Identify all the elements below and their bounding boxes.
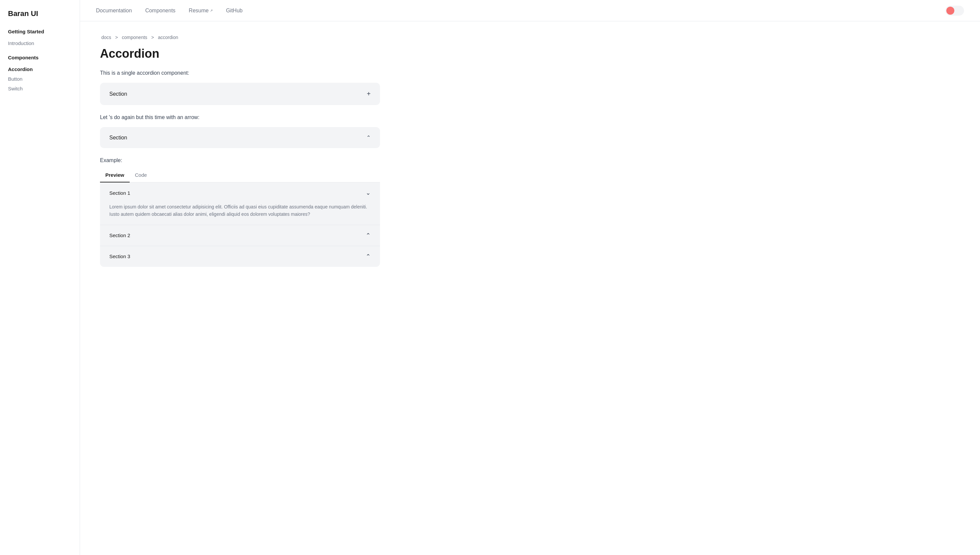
breadcrumb-sep2: > (151, 35, 155, 40)
example-section1-label: Section 1 (109, 190, 130, 196)
topnav-github[interactable]: GitHub (226, 6, 243, 15)
example-accordion-header-3[interactable]: Section 3 ⌃ (100, 246, 380, 267)
accordion-arrow: Section ⌃ (100, 127, 380, 148)
sidebar-section-components: Components (8, 55, 72, 60)
example-section3-label: Section 3 (109, 253, 130, 259)
theme-toggle-knob (946, 7, 954, 14)
example-accordion-item-1: Section 1 ⌄ Lorem ipsum dolor sit amet c… (100, 183, 380, 225)
example-section1-body: Lorem ipsum dolor sit amet consectetur a… (100, 203, 380, 225)
breadcrumb-components[interactable]: components (122, 35, 147, 40)
example-section2-icon: ⌃ (366, 232, 371, 239)
example-section2-label: Section 2 (109, 233, 130, 238)
sidebar-item-accordion[interactable]: Accordion (8, 64, 72, 74)
sidebar-item-introduction[interactable]: Introduction (8, 38, 72, 48)
accordion-plus-icon: + (367, 90, 371, 98)
theme-toggle-button[interactable] (945, 6, 964, 16)
breadcrumb-accordion: accordion (158, 35, 178, 40)
example-accordion-item-2: Section 2 ⌃ (100, 225, 380, 246)
breadcrumb-sep1: > (115, 35, 119, 40)
topnav: Documentation Components Resume↗ GitHub (80, 0, 980, 21)
tab-preview[interactable]: Preview (100, 169, 129, 183)
example-label: Example: (100, 157, 380, 164)
accordion-plus-label: Section (109, 91, 127, 97)
topnav-components[interactable]: Components (145, 6, 176, 15)
example-accordion: Section 1 ⌄ Lorem ipsum dolor sit amet c… (100, 183, 380, 267)
tab-code[interactable]: Code (129, 169, 152, 183)
accordion-arrow-label: Section (109, 135, 127, 141)
sidebar-section-getting-started: Getting Started (8, 29, 72, 34)
tabs-container: Preview Code (100, 169, 380, 183)
example-accordion-header-2[interactable]: Section 2 ⌃ (100, 225, 380, 246)
desc-arrow-accordion: Let 's do again but this time with an ar… (100, 114, 380, 120)
breadcrumb-docs[interactable]: docs (101, 35, 111, 40)
page-title: Accordion (100, 47, 380, 61)
sidebar: Baran UI Getting Started Introduction Co… (0, 0, 80, 555)
example-section1-icon: ⌄ (366, 189, 371, 196)
example-accordion-item-3: Section 3 ⌃ (100, 246, 380, 267)
accordion-plus: Section + (100, 83, 380, 105)
topnav-documentation[interactable]: Documentation (96, 6, 132, 15)
breadcrumb: docs > components > accordion (100, 35, 380, 40)
topnav-resume[interactable]: Resume↗ (189, 6, 213, 15)
sidebar-item-button[interactable]: Button (8, 74, 72, 84)
main-content: docs > components > accordion Accordion … (80, 21, 400, 280)
example-section3-icon: ⌃ (366, 253, 371, 260)
accordion-arrow-header[interactable]: Section ⌃ (100, 127, 380, 148)
example-accordion-header-1[interactable]: Section 1 ⌄ (100, 183, 380, 203)
desc-single-accordion: This is a single accordion component: (100, 70, 380, 76)
sidebar-item-switch[interactable]: Switch (8, 84, 72, 93)
accordion-plus-header[interactable]: Section + (100, 83, 380, 105)
accordion-arrow-icon: ⌃ (366, 135, 371, 141)
sidebar-brand: Baran UI (8, 9, 72, 18)
